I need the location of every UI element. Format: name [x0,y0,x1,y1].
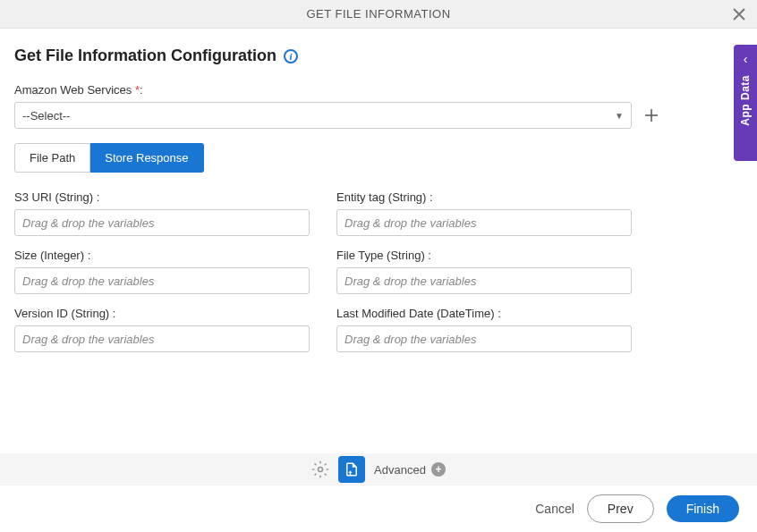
chevron-left-icon: ‹ [744,52,748,66]
app-data-tab[interactable]: ‹ App Data [734,45,757,161]
finish-button[interactable]: Finish [667,495,739,522]
aws-label-text: Amazon Web Services [14,83,135,97]
entity-tag-label: Entity tag (String) : [336,190,632,204]
footer-bar: Cancel Prev Finish [0,486,757,532]
add-aws-button[interactable] [639,103,664,128]
aws-field-group: Amazon Web Services *: --Select-- ▼ [14,83,743,129]
aws-label: Amazon Web Services *: [14,83,743,97]
form-grid: S3 URI (String) : Entity tag (String) : … [14,190,743,352]
tab-store-response[interactable]: Store Response [90,143,203,173]
plus-icon [644,108,659,122]
size-label: Size (Integer) : [14,249,310,262]
header-title: GET FILE INFORMATION [306,7,450,21]
file-type-input[interactable] [336,267,632,294]
last-modified-input[interactable] [336,325,632,352]
close-icon [733,8,745,21]
entity-tag-input[interactable] [336,209,632,236]
header-bar: GET FILE INFORMATION [0,0,757,29]
aws-select-text: --Select-- [22,109,70,122]
info-icon[interactable]: i [284,49,298,63]
svg-point-0 [319,468,323,472]
version-id-field: Version ID (String) : [14,307,310,352]
file-type-label: File Type (String) : [336,249,632,262]
page-title: Get File Information Configuration [14,46,276,65]
plus-circle-icon: + [431,462,446,477]
content-area: Get File Information Configuration i Ama… [0,29,757,352]
bottom-toolbar: Advanced + [0,453,757,486]
last-modified-label: Last Modified Date (DateTime) : [336,307,632,320]
aws-select[interactable]: --Select-- ▼ [14,102,632,129]
tab-file-path[interactable]: File Path [14,143,90,173]
s3-uri-label: S3 URI (String) : [14,190,310,204]
file-type-field: File Type (String) : [336,249,632,294]
s3-uri-field: S3 URI (String) : [14,190,310,236]
settings-button[interactable] [311,460,329,478]
tab-row: File Path Store Response [14,143,743,173]
gear-icon [311,460,329,478]
chevron-down-icon: ▼ [615,111,624,121]
page-icon [344,461,360,477]
version-id-label: Version ID (String) : [14,307,310,320]
app-data-label: App Data [739,75,752,126]
last-modified-field: Last Modified Date (DateTime) : [336,307,632,352]
aws-select-row: --Select-- ▼ [14,102,743,129]
size-field: Size (Integer) : [14,249,310,294]
page-mapping-button[interactable] [338,456,365,483]
entity-tag-field: Entity tag (String) : [336,190,632,236]
version-id-input[interactable] [14,325,310,352]
advanced-label: Advanced [374,463,426,477]
prev-button[interactable]: Prev [587,494,654,523]
close-button[interactable] [730,5,748,23]
s3-uri-input[interactable] [14,209,310,236]
size-input[interactable] [14,267,310,294]
advanced-button[interactable]: Advanced + [374,462,446,477]
required-marker: * [135,83,140,97]
cancel-button[interactable]: Cancel [535,502,574,516]
page-title-row: Get File Information Configuration i [14,46,743,65]
